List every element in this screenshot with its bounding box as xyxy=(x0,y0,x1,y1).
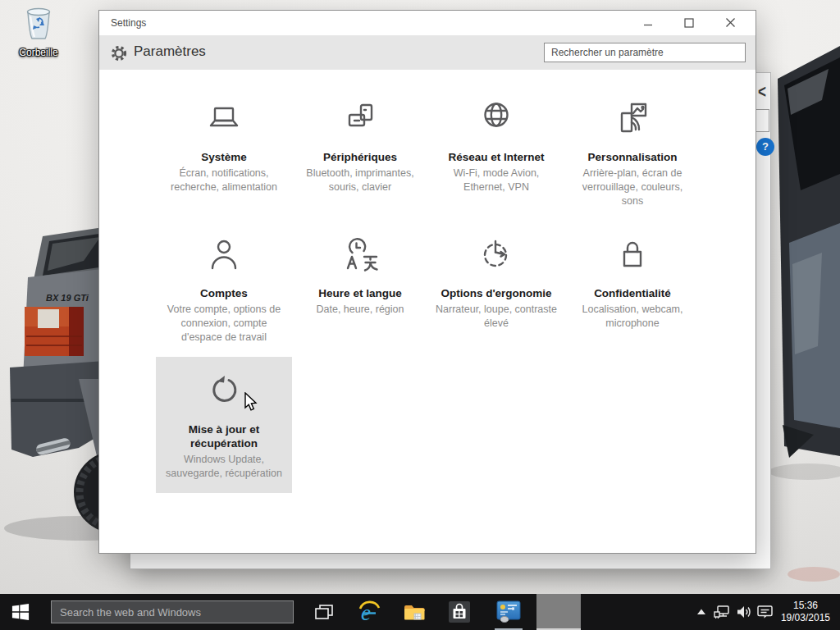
globe-icon xyxy=(428,94,564,145)
app-header: Paramètres xyxy=(99,35,756,70)
settings-search-input[interactable] xyxy=(544,43,746,62)
system-tray: 15:36 19/03/2015 xyxy=(691,594,837,630)
settings-tiles-grid: Système Écran, notifications, recherche,… xyxy=(156,84,701,493)
clock-date: 19/03/2015 xyxy=(781,612,830,624)
update-icon xyxy=(156,367,292,418)
action-center-icon[interactable] xyxy=(755,594,776,630)
help-icon[interactable]: ? xyxy=(756,138,774,156)
tile-comptes[interactable]: Comptes Votre compte, options de connexi… xyxy=(156,221,292,357)
tile-peripheriques[interactable]: Périphériques Bluetooth, imprimantes, so… xyxy=(292,84,428,221)
file-explorer-icon[interactable] xyxy=(396,594,432,630)
gear-icon xyxy=(111,45,127,65)
tile-personnalisation[interactable]: Personnalisation Arrière-plan, écran de … xyxy=(564,84,701,221)
partial-button[interactable] xyxy=(755,109,769,132)
minimize-button[interactable] xyxy=(628,11,669,34)
recycle-bin[interactable]: Corbeille xyxy=(13,7,64,58)
settings-window: Settings Paramètres xyxy=(98,10,756,554)
tile-reseau-internet[interactable]: Réseau et Internet Wi-Fi, mode Avion, Et… xyxy=(428,84,564,221)
recycle-bin-label: Corbeille xyxy=(13,47,64,58)
clock-language-icon xyxy=(292,231,428,281)
page-title: Paramètres xyxy=(134,43,206,60)
internet-explorer-icon[interactable]: e xyxy=(351,594,387,630)
ease-of-access-icon xyxy=(428,231,564,281)
close-button[interactable] xyxy=(710,11,751,34)
active-app-button[interactable] xyxy=(536,594,581,630)
tile-options-ergonomie[interactable]: Options d'ergonomie Narrateur, loupe, co… xyxy=(428,221,564,357)
window-title: Settings xyxy=(111,17,146,29)
back-chevron-icon[interactable]: < xyxy=(758,82,766,101)
tray-expand-icon[interactable] xyxy=(691,594,712,630)
tile-systeme[interactable]: Système Écran, notifications, recherche,… xyxy=(156,84,292,221)
tile-heure-langue[interactable]: Heure et langue Date, heure, région xyxy=(292,221,428,357)
maximize-button[interactable] xyxy=(669,11,710,34)
lock-icon xyxy=(564,231,701,281)
clock-time: 15:36 xyxy=(781,600,830,612)
settings-app-icon[interactable] xyxy=(491,594,527,630)
volume-icon[interactable] xyxy=(733,594,755,630)
start-button[interactable] xyxy=(7,601,34,623)
laptop-icon xyxy=(156,94,292,145)
taskbar-search-box[interactable] xyxy=(51,600,294,623)
task-view-button[interactable] xyxy=(306,594,342,630)
taskbar: e xyxy=(0,594,840,630)
recycle-bin-icon xyxy=(22,7,55,43)
mouse-cursor xyxy=(244,392,260,415)
printer-icon xyxy=(292,94,428,145)
tile-mise-a-jour[interactable]: Mise à jour et récupération Windows Upda… xyxy=(156,357,292,493)
store-icon[interactable] xyxy=(441,594,477,630)
taskbar-clock[interactable]: 15:36 19/03/2015 xyxy=(776,600,837,624)
personalization-icon xyxy=(564,94,701,145)
network-icon[interactable] xyxy=(712,594,733,630)
desktop: BX 19 GTi xyxy=(0,0,840,630)
svg-text:BX 19 GTi: BX 19 GTi xyxy=(46,293,89,303)
user-icon xyxy=(156,231,292,281)
taskbar-search-input[interactable] xyxy=(52,601,293,623)
titlebar[interactable]: Settings xyxy=(99,11,756,35)
tile-confidentialite[interactable]: Confidentialité Localisation, webcam, mi… xyxy=(564,221,701,357)
wallpaper-car-door xyxy=(769,46,840,582)
